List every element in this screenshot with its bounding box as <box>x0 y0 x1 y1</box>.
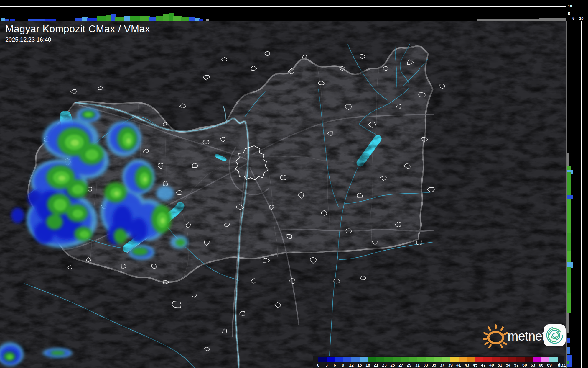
echo-row <box>567 199 571 234</box>
echo-column <box>82 17 88 21</box>
echo-row <box>567 251 571 263</box>
legend-swatch <box>335 357 343 362</box>
legend-swatch <box>516 357 525 362</box>
radar-map <box>0 21 566 368</box>
echo-column <box>5 19 9 21</box>
legend-swatch <box>343 357 351 362</box>
echo-row <box>567 361 569 364</box>
echo-column <box>189 17 195 21</box>
echo-row <box>567 355 572 367</box>
legend-swatch <box>500 357 508 362</box>
right-axis-label-5: 5 <box>572 16 574 21</box>
legend-swatch <box>360 357 368 362</box>
dbz-color-scale: 0369121518212325272931333537394143454749… <box>313 356 564 368</box>
km10-line <box>581 21 582 368</box>
echo-column <box>124 16 130 21</box>
altitude-axis-corner: 10 5 5 10 <box>566 0 588 21</box>
echo-column <box>87 18 98 21</box>
ground-line <box>0 21 566 21</box>
legend-swatch <box>492 357 500 362</box>
legend-swatch <box>434 357 442 362</box>
spiral-app-icon <box>543 324 566 346</box>
km10-line <box>0 6 566 7</box>
echo-column <box>206 19 209 21</box>
echo-column <box>199 19 203 21</box>
legend-swatch <box>508 357 516 362</box>
logo-wordmark: metnet <box>508 329 546 344</box>
echo-column <box>156 16 164 21</box>
legend-swatch <box>393 357 401 362</box>
metnet-logo: metnet <box>483 323 566 348</box>
terrain-profile <box>539 18 566 21</box>
title-block: Magyar Kompozit CMax / VMax 2025.12.23 1… <box>5 23 150 43</box>
legend-swatch <box>318 357 327 362</box>
echo-column <box>130 16 141 21</box>
sun-icon <box>483 323 508 348</box>
echo-column <box>1 18 5 21</box>
legend-swatch <box>417 357 426 362</box>
echo-column <box>181 17 189 21</box>
legend-unit-label: dBZ <box>557 363 567 367</box>
echo-row <box>567 267 571 293</box>
legend-swatch <box>376 357 384 362</box>
legend-swatch <box>450 357 459 362</box>
echo-column <box>75 18 83 21</box>
legend-swatch <box>541 357 549 362</box>
legend-swatch <box>327 357 335 362</box>
top-axis-label-10: 10 <box>568 4 572 8</box>
echo-column <box>10 19 15 21</box>
legend-swatch <box>475 357 483 362</box>
legend-swatch <box>525 357 533 362</box>
km5-line <box>0 14 566 14</box>
legend-swatch <box>533 357 541 362</box>
map-canvas <box>0 21 566 368</box>
echo-row <box>567 338 570 343</box>
echo-column <box>140 16 150 21</box>
radar-screenshot: { "header": { "title": "Magyar Kompozit … <box>0 0 588 368</box>
echo-row <box>567 347 570 354</box>
legend-swatch <box>442 357 450 362</box>
legend-swatch <box>384 357 393 362</box>
legend-swatch <box>351 357 360 362</box>
legend-swatch <box>549 357 558 362</box>
timestamp: 2025.12.23 16:40 <box>5 36 150 43</box>
legend-swatch <box>467 357 475 362</box>
echo-row <box>567 195 573 199</box>
vmax-top-projection <box>0 0 566 21</box>
legend-tick-label: 69 <box>544 363 554 367</box>
vmax-right-projection <box>566 21 588 368</box>
echo-column <box>28 19 45 21</box>
legend-swatch <box>401 357 409 362</box>
legend-swatch <box>426 357 434 362</box>
echo-row <box>567 293 571 313</box>
km5-line <box>574 21 574 368</box>
page-title: Magyar Kompozit CMax / VMax <box>5 23 150 35</box>
legend-swatch <box>459 357 467 362</box>
legend-swatch <box>409 357 417 362</box>
echo-column <box>45 19 56 21</box>
right-axis-label-10: 10 <box>579 16 583 21</box>
legend-swatch <box>368 357 376 362</box>
echo-row <box>567 172 571 195</box>
echo-row <box>567 233 571 251</box>
legend-swatch <box>483 357 492 362</box>
echo-row <box>567 262 573 268</box>
top-axis-label-5: 5 <box>568 12 570 16</box>
